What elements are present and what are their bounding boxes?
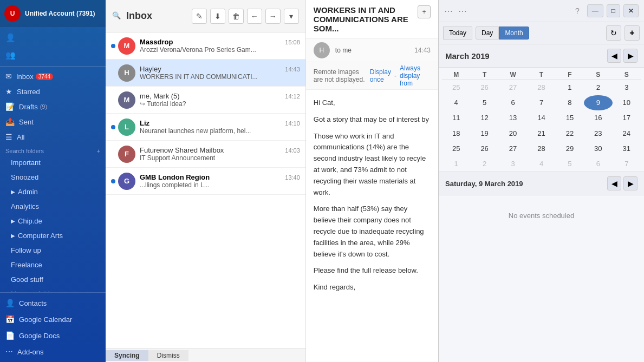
calendar-day[interactable]: 2 xyxy=(470,156,498,172)
sidebar-item-follow-up[interactable]: Follow up xyxy=(0,243,106,258)
prev-day-button[interactable]: ◀ xyxy=(607,176,621,190)
calendar-day[interactable]: 26 xyxy=(470,80,498,95)
calendar-day[interactable]: 3 xyxy=(613,80,641,95)
sidebar-item-add-ons[interactable]: ⋯ Add-ons xyxy=(0,344,106,360)
window-maximize-btn[interactable]: □ xyxy=(607,4,620,17)
forward-btn[interactable]: → xyxy=(265,9,281,24)
today-button[interactable]: Today xyxy=(443,27,472,40)
calendar-day[interactable]: 25 xyxy=(442,141,470,156)
month-view-button[interactable]: Month xyxy=(499,27,529,40)
dismiss-button[interactable]: Dismiss xyxy=(148,350,188,361)
next-month-button[interactable]: ▶ xyxy=(623,49,638,63)
email-list-item[interactable]: F Futurenow Shared Mailbox 14:03 IT Supp… xyxy=(106,141,305,168)
calendar-day[interactable]: 24 xyxy=(613,126,641,141)
refresh-button[interactable]: ↻ xyxy=(606,25,621,41)
calendar-day[interactable]: 14 xyxy=(527,110,555,126)
calendar-day[interactable]: 6 xyxy=(499,95,527,110)
sidebar-item-important[interactable]: Important xyxy=(0,155,106,170)
calendar-day[interactable]: 30 xyxy=(584,141,612,156)
window-minimize-btn[interactable]: — xyxy=(587,4,603,17)
calendar-day[interactable]: 10 xyxy=(613,95,641,110)
sidebar-item-starred[interactable]: ★ Starred xyxy=(0,84,106,99)
more-btn[interactable]: ▾ xyxy=(284,9,299,24)
always-display-link[interactable]: Always display from xyxy=(400,64,431,87)
sidebar-item-snoozed[interactable]: Snoozed xyxy=(0,170,106,185)
calendar-day[interactable]: 17 xyxy=(613,110,641,126)
calendar-day[interactable]: 5 xyxy=(556,156,584,172)
calendar-day[interactable]: 18 xyxy=(442,126,470,141)
calendar-day[interactable]: 4 xyxy=(527,156,555,172)
day-view-button[interactable]: Day xyxy=(476,27,499,40)
sidebar-account-header[interactable]: U Unified Account (7391) xyxy=(0,0,106,27)
calendar-day[interactable]: 5 xyxy=(470,95,498,110)
sidebar-item-computer-arts[interactable]: ▶ Computer Arts xyxy=(0,228,106,243)
add-folder-icon[interactable]: + xyxy=(97,148,100,154)
sidebar-item-contacts[interactable]: 👤 Contacts xyxy=(0,295,106,311)
email-list-item[interactable]: G GMB London Region 13:40 ...llings comp… xyxy=(106,168,305,195)
email-time: 14:03 xyxy=(285,147,300,154)
email-list-item[interactable]: M me, Mark (5) 14:12 ↪ Tutorial idea? xyxy=(106,87,305,114)
calendar-day[interactable]: 2 xyxy=(584,80,612,95)
calendar-day[interactable]: 7 xyxy=(527,95,555,110)
calendar-day[interactable]: 1 xyxy=(442,156,470,172)
calendar-day[interactable]: 21 xyxy=(527,126,555,141)
calendar-day[interactable]: 28 xyxy=(527,141,555,156)
add-event-button[interactable]: + xyxy=(625,25,640,41)
calendar-day[interactable]: 3 xyxy=(499,156,527,172)
body-paragraph: Please find the full release below. xyxy=(314,265,431,277)
drafts-icon: 📝 xyxy=(5,102,15,111)
sidebar-item-admin[interactable]: ▶ Admin xyxy=(0,185,106,199)
calendar-day[interactable]: 29 xyxy=(556,141,584,156)
calendar-day[interactable]: 15 xyxy=(556,110,584,126)
download-btn[interactable]: ⬇ xyxy=(210,9,225,24)
sidebar-item-sent[interactable]: 📤 Sent xyxy=(0,114,106,129)
sidebar-item-chip-de[interactable]: ▶ Chip.de xyxy=(0,214,106,228)
calendar-day[interactable]: 31 xyxy=(613,141,641,156)
syncing-button[interactable]: Syncing xyxy=(106,350,148,361)
calendar-day[interactable]: 12 xyxy=(470,110,498,126)
calendar-day[interactable]: 26 xyxy=(470,141,498,156)
sidebar-item-freelance[interactable]: Freelance xyxy=(0,258,106,272)
calendar-day[interactable]: 13 xyxy=(499,110,527,126)
email-list-item[interactable]: H Hayley 14:43 WORKERS IN IT AND COMMUNI… xyxy=(106,60,305,87)
calendar-day[interactable]: 4 xyxy=(442,95,470,110)
calendar-day[interactable]: 28 xyxy=(527,80,555,95)
sidebar-item-google-calendar[interactable]: 📅 Google Calendar xyxy=(0,311,106,327)
next-day-button[interactable]: ▶ xyxy=(623,176,638,190)
window-close-btn[interactable]: ✕ xyxy=(623,4,639,17)
sidebar-item-analytics[interactable]: Analytics xyxy=(0,199,106,214)
people-icon: 👥 xyxy=(5,50,16,60)
calendar-day[interactable]: 25 xyxy=(442,80,470,95)
sidebar-icon-compose[interactable]: 👤 xyxy=(0,29,106,47)
email-list-item[interactable]: M Massdrop 15:08 Arozzi Verona/Verona Pr… xyxy=(106,32,305,60)
email-list-item[interactable]: L Liz 14:10 Neuranet launches new platfo… xyxy=(106,114,305,141)
expand-button[interactable]: + xyxy=(418,5,431,18)
calendar-day[interactable]: 27 xyxy=(499,80,527,95)
prev-month-button[interactable]: ◀ xyxy=(607,49,621,63)
calendar-day[interactable]: 16 xyxy=(584,110,612,126)
sidebar-item-good-stuff[interactable]: Good stuff xyxy=(0,272,106,287)
calendar-day[interactable]: 27 xyxy=(499,141,527,156)
sidebar-item-inbox[interactable]: ✉ Inbox 3744 xyxy=(0,69,106,84)
sidebar-item-all[interactable]: ☰ All xyxy=(0,129,106,144)
calendar-day[interactable]: 19 xyxy=(470,126,498,141)
calendar-day[interactable]: 20 xyxy=(499,126,527,141)
display-once-link[interactable]: Display once xyxy=(370,68,391,83)
calendar-day[interactable]: 1 xyxy=(556,80,584,95)
back-btn[interactable]: ← xyxy=(247,9,262,24)
sidebar-item-manage-folders[interactable]: Manage folders xyxy=(0,287,106,292)
calendar-day[interactable]: 6 xyxy=(584,156,612,172)
sidebar-item-google-docs[interactable]: 📄 Google Docs xyxy=(0,327,106,344)
calendar-day[interactable]: 7 xyxy=(613,156,641,172)
compose-btn[interactable]: ✎ xyxy=(192,9,207,24)
calendar-day[interactable]: 8 xyxy=(556,95,584,110)
delete-btn[interactable]: 🗑 xyxy=(229,9,244,24)
inbox-title: Inbox xyxy=(126,10,192,22)
body-paragraph: Those who work in IT and communications … xyxy=(314,131,431,199)
calendar-day[interactable]: 23 xyxy=(584,126,612,141)
calendar-day[interactable]: 22 xyxy=(556,126,584,141)
calendar-day[interactable]: 9 xyxy=(584,95,612,110)
sidebar-icon-group[interactable]: 👥 xyxy=(0,47,106,64)
sidebar-item-drafts[interactable]: 📝 Drafts (9) xyxy=(0,99,106,114)
calendar-day[interactable]: 11 xyxy=(442,110,470,126)
